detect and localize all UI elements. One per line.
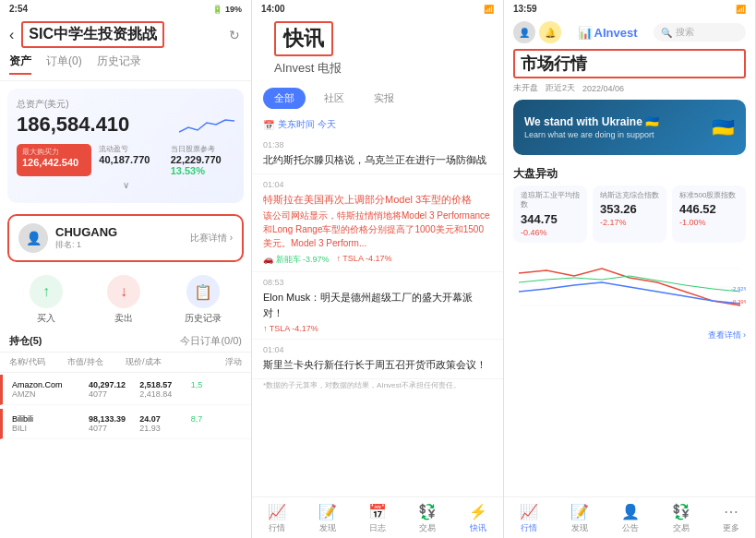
status-time-3: 13:59 [513,4,537,14]
filter-live[interactable]: 实报 [363,88,405,109]
refresh-icon[interactable]: ↻ [229,28,240,42]
index-card-dow[interactable]: 道琼斯工业平均指数 344.75 -0.46% [513,185,587,243]
news-tag-car: 🚗 新能车 -3.97% [263,254,330,266]
market-icon-2: 📈 [268,503,286,520]
ukraine-flag-icon: 🇺🇦 [712,116,735,138]
action-sell[interactable]: ↓ 卖出 [107,275,140,325]
trade-icon-2: 💱 [418,503,437,520]
status-icons-3: 📶 [736,5,746,14]
nav-flash-2[interactable]: ⚡ 快讯 [469,503,487,534]
col-header-change: 浮动 [184,356,242,368]
holdings-row-amzn[interactable]: Amazon.Com AMZN 40,297.12 4077 2,518.57 … [0,375,251,405]
nav-announce-3[interactable]: 👤 公告 [621,503,640,534]
status-icons-1: 🔋 19% [212,5,242,14]
holdings-header: 持仓(5) 今日订单(0/0) [0,334,251,352]
news-tags-3: ↑ TSLA -4.17% [263,324,492,333]
holding-market-bili: 98,133.39 4077 [89,414,139,433]
index-name-nasdaq: 纳斯达克综合指数 [600,191,659,200]
avatar: 👤 [18,223,48,253]
flash-icon-2: ⚡ [469,503,487,520]
news-item-4[interactable]: 01:04 斯里兰卡央行新任行长于周五召开货币政策会议！ [252,340,503,379]
news-item-2[interactable]: 01:04 特斯拉在美国再次上调部分Model 3车型的价格 该公司网站显示，特… [252,174,503,273]
ukraine-text: We stand with Ukraine 🇺🇦 Learn what we a… [524,115,659,139]
history-label: 历史记录 [185,312,222,325]
index-value-nasdaq: 353.26 [600,202,659,216]
search-bar-3[interactable]: 🔍 搜索 [654,23,746,42]
asset-stats: 最大购买力 126,442.540 流动盈亏 40,187.770 当日股票参考… [17,144,234,176]
disclaimer: *数据的子元算率，对数据的结果，AInvest不承担任何责任。 [252,379,503,392]
stat-buying-power: 最大购买力 126,442.540 [17,144,91,176]
tab-history[interactable]: 历史记录 [97,54,141,75]
status-icons-2: 📶 [484,5,494,14]
wifi-icon-3: 📶 [736,5,746,14]
news-text-4: 斯里兰卡央行新任行长于周五召开货币政策会议！ [263,357,492,373]
buy-label: 买入 [37,312,55,325]
more-icon-3: ⋯ [724,503,738,520]
index-change-sp500: -1.00% [679,218,738,227]
ukraine-title: We stand with Ukraine 🇺🇦 [524,115,659,128]
market-filter: 未开盘 距近2天 2022/04/06 [504,82,755,100]
action-history[interactable]: 📋 历史记录 [185,275,222,325]
news-item-1[interactable]: 01:38 北约斯托尔滕贝格说，乌克兰正在进行一场防御战 [252,135,503,174]
news-date: 📅 美东时间 今天 [252,114,503,135]
market-chart: -0.39% -2.92% [513,250,746,324]
nav-trade-2[interactable]: 💱 交易 [418,503,437,534]
nav-market-3[interactable]: 📈 行情 [520,503,538,534]
panel1-header: ‹ SIC中学生投资挑战 ↻ [0,18,251,54]
nav-discover-2[interactable]: 📝 发现 [318,503,337,534]
panel-market: 13:59 📶 👤 🔔 📊 AInvest 🔍 搜索 市场行情 未开盘 距近2天… [504,0,756,538]
user-left: 👤 CHUGANG 排名: 1 [18,223,117,253]
search-placeholder-3: 搜索 [676,26,694,39]
action-buy[interactable]: ↑ 买入 [30,275,63,325]
index-card-sp500[interactable]: 标准500股票指数 446.52 -1.00% [672,185,746,243]
status-bar-1: 2:54 🔋 19% [0,0,251,18]
news-tags-2: 🚗 新能车 -3.97% ↑ TSLA -4.17% [263,254,492,266]
news-time-1: 01:38 [263,140,492,149]
market-segment-1: 距近2天 [546,82,575,94]
action-row: ↑ 买入 ↓ 卖出 📋 历史记录 [0,266,251,334]
stat-ref-value: 22,229.770 [171,154,234,165]
index-card-nasdaq[interactable]: 纳斯达克综合指数 353.26 -2.17% [593,185,666,243]
stat-buying-power-label: 最大购买力 [22,147,86,157]
status-time-2: 14:00 [261,4,285,14]
tab-assets[interactable]: 资产 [9,54,31,75]
user-rank: 排名: 1 [55,239,117,251]
market-status: 未开盘 [513,82,538,94]
col-header-name: 名称/代码 [9,356,67,368]
nav-trade-3[interactable]: 💱 交易 [672,503,690,534]
asset-card: 总资产(美元) 186,584.410 最大购买力 126,442.540 流动… [7,89,244,203]
nav-market-2[interactable]: 📈 行情 [268,503,286,534]
filter-community[interactable]: 社区 [313,88,355,109]
ukraine-banner[interactable]: We stand with Ukraine 🇺🇦 Learn what we a… [513,100,746,155]
nav-more-3[interactable]: ⋯ 更多 [723,503,739,534]
stat-pnl-value: 40,187.770 [99,154,162,165]
stat-pnl-label: 流动盈亏 [99,144,162,154]
tab-orders[interactable]: 订单(0) [46,54,82,75]
filter-tabs: 全部 社区 实报 [252,82,503,114]
status-bar-3: 13:59 📶 [504,0,755,18]
svg-text:-2.92%: -2.92% [731,286,746,292]
news-desc-2: 该公司网站显示，特斯拉情悄地将Model 3 Performance和Long … [263,209,492,250]
detail-button[interactable]: 比赛详情 › [190,232,233,245]
panel1-tabs: 资产 订单(0) 历史记录 [0,54,251,81]
market-indices: 道琼斯工业平均指数 344.75 -0.46% 纳斯达克综合指数 353.26 … [504,185,755,250]
nav-log-2[interactable]: 📅 日志 [368,503,387,534]
stat-ref: 当日股票参考 22,229.770 13.53% [171,144,234,176]
log-icon-2: 📅 [368,503,387,520]
bottom-nav-3: 📈 行情 📝 发现 👤 公告 💱 交易 ⋯ 更多 [504,496,755,538]
holding-market-amzn: 40,297.12 4077 [89,380,139,399]
filter-all[interactable]: 全部 [263,88,306,109]
nav-discover-3[interactable]: 📝 发现 [570,503,589,534]
announce-icon-3: 👤 [621,503,640,520]
index-value-sp500: 446.52 [679,202,738,216]
user-name: CHUGANG [55,225,117,239]
expand-button[interactable]: ∨ [17,176,234,194]
see-more-button[interactable]: 查看详情 › [504,329,755,345]
news-item-3[interactable]: 08:53 Elon Musk：明天是德州超级工厂的盛大开幕派对！ ↑ TSLA… [252,272,503,340]
bottom-nav-2: 📈 行情 📝 发现 📅 日志 💱 交易 ⚡ 快讯 [252,496,503,538]
discover-icon-2: 📝 [318,503,337,520]
back-button[interactable]: ‹ [9,27,14,43]
holding-price-amzn: 2,518.57 2,418.84 [139,380,190,399]
news-text-1: 北约斯托尔滕贝格说，乌克兰正在进行一场防御战 [263,152,492,168]
holdings-row-bili[interactable]: Bilibili BILI 98,133.39 4077 24.07 21.93… [0,409,251,439]
